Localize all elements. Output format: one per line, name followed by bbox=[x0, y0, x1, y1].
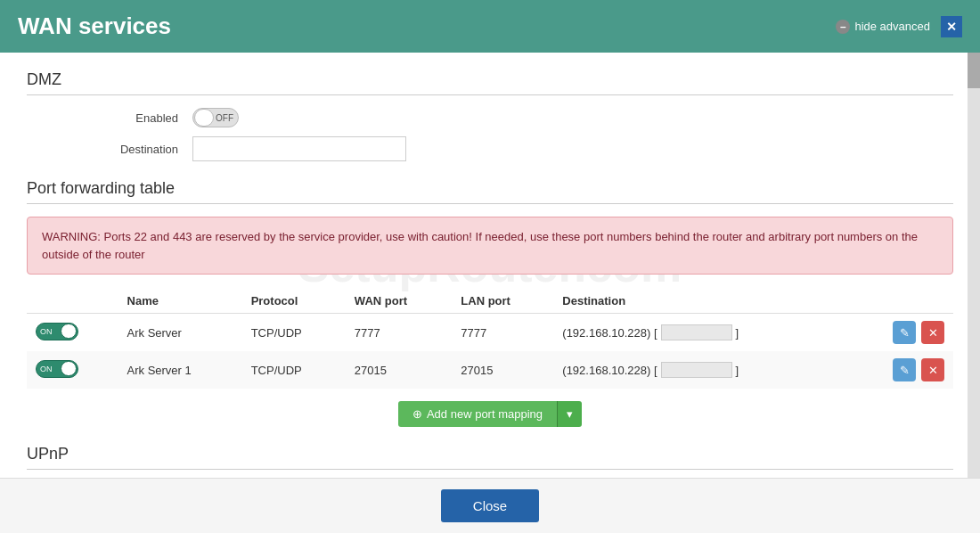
table-header: Name Protocol WAN port LAN port Destinat… bbox=[27, 289, 953, 314]
col-wan-port: WAN port bbox=[346, 289, 452, 314]
scrollbar-track[interactable] bbox=[968, 53, 980, 478]
scrollbar-thumb[interactable] bbox=[968, 53, 980, 88]
row1-dest-suffix: ] bbox=[736, 326, 739, 340]
row1-toggle[interactable]: ON bbox=[36, 323, 78, 340]
row2-dest-text: (192.168.10.228) [ bbox=[562, 364, 657, 377]
row2-delete-button[interactable]: ✕ bbox=[921, 358, 944, 381]
hide-advanced-icon: – bbox=[836, 20, 850, 34]
add-mapping-button[interactable]: ⊕ Add new port mapping bbox=[398, 401, 557, 427]
row1-toggle-cell: ON bbox=[27, 314, 118, 352]
row2-toggle[interactable]: ON bbox=[36, 360, 78, 378]
row1-wan-port: 7777 bbox=[346, 314, 452, 352]
modal-title: WAN services bbox=[18, 12, 171, 40]
destination-input[interactable] bbox=[192, 136, 406, 161]
modal-footer: Close bbox=[0, 478, 980, 533]
table-row: ON Ark Server TCP/UDP 7777 7777 (192.168… bbox=[27, 314, 953, 352]
enabled-row: Enabled OFF bbox=[27, 108, 953, 127]
row2-protocol: TCP/UDP bbox=[242, 351, 346, 389]
row1-name: Ark Server bbox=[118, 314, 242, 352]
hide-advanced-toggle[interactable]: – hide advanced bbox=[836, 20, 930, 34]
upnp-section-title: UPnP bbox=[27, 445, 953, 470]
row2-toggle-label: ON bbox=[40, 365, 53, 373]
port-forwarding-section: Port forwarding table WARNING: Ports 22 … bbox=[27, 179, 953, 427]
row2-toggle-knob bbox=[61, 361, 77, 376]
row1-edit-button[interactable]: ✎ bbox=[893, 321, 916, 344]
row2-destination: (192.168.10.228) [ ] bbox=[553, 351, 846, 389]
enabled-label: Enabled bbox=[80, 111, 178, 125]
modal-close-button[interactable]: ✕ bbox=[941, 16, 962, 37]
col-destination: Destination bbox=[553, 289, 846, 314]
row1-protocol: TCP/UDP bbox=[242, 314, 346, 352]
col-protocol: Protocol bbox=[242, 289, 346, 314]
col-actions bbox=[846, 289, 953, 314]
row1-toggle-knob bbox=[61, 324, 77, 339]
row2-wan-port: 27015 bbox=[346, 351, 452, 389]
destination-label: Destination bbox=[80, 143, 178, 156]
upnp-section: UPnP bbox=[27, 445, 953, 470]
table-body: ON Ark Server TCP/UDP 7777 7777 (192.168… bbox=[27, 314, 953, 390]
port-table-container: Name Protocol WAN port LAN port Destinat… bbox=[27, 289, 953, 389]
row1-dest-text: (192.168.10.228) [ bbox=[562, 326, 657, 340]
warning-box: WARNING: Ports 22 and 443 are reserved b… bbox=[27, 217, 953, 275]
toggle-off-label: OFF bbox=[216, 113, 233, 123]
hide-advanced-label: hide advanced bbox=[854, 20, 930, 33]
row1-dest-masked bbox=[661, 324, 732, 340]
col-lan-port: LAN port bbox=[452, 289, 553, 314]
port-forwarding-title: Port forwarding table bbox=[27, 179, 953, 204]
row2-edit-button[interactable]: ✎ bbox=[893, 358, 916, 381]
enabled-toggle[interactable]: OFF bbox=[192, 108, 239, 127]
add-mapping-row: ⊕ Add new port mapping ▾ bbox=[27, 401, 953, 427]
modal-header: WAN services – hide advanced ✕ bbox=[0, 0, 980, 53]
add-mapping-icon: ⊕ bbox=[412, 407, 422, 421]
toggle-knob bbox=[194, 109, 214, 127]
col-name: Name bbox=[118, 289, 242, 314]
row2-dest-suffix: ] bbox=[736, 364, 739, 377]
row2-lan-port: 27015 bbox=[452, 351, 553, 389]
header-actions: – hide advanced ✕ bbox=[836, 16, 962, 37]
row1-toggle-label: ON bbox=[40, 327, 53, 336]
row2-name: Ark Server 1 bbox=[118, 351, 242, 389]
row1-lan-port: 7777 bbox=[452, 314, 553, 352]
row2-actions: ✎ ✕ bbox=[846, 351, 953, 389]
table-row: ON Ark Server 1 TCP/UDP 27015 27015 (192… bbox=[27, 351, 953, 389]
row1-destination: (192.168.10.228) [ ] bbox=[553, 314, 846, 352]
add-mapping-dropdown-button[interactable]: ▾ bbox=[557, 401, 582, 427]
row1-actions: ✎ ✕ bbox=[846, 314, 953, 352]
row1-delete-button[interactable]: ✕ bbox=[921, 321, 944, 344]
add-mapping-label: Add new port mapping bbox=[427, 407, 543, 421]
dmz-section-title: DMZ bbox=[27, 70, 953, 95]
row2-dest-masked bbox=[661, 362, 732, 378]
port-table: Name Protocol WAN port LAN port Destinat… bbox=[27, 289, 953, 389]
row2-toggle-cell: ON bbox=[27, 351, 118, 389]
col-toggle bbox=[27, 289, 118, 314]
destination-row: Destination bbox=[27, 136, 953, 161]
close-footer-button[interactable]: Close bbox=[441, 489, 539, 522]
modal-body: SetupRouter.com DMZ Enabled OFF Destinat… bbox=[0, 53, 980, 478]
dmz-section: DMZ Enabled OFF Destination bbox=[27, 70, 953, 161]
